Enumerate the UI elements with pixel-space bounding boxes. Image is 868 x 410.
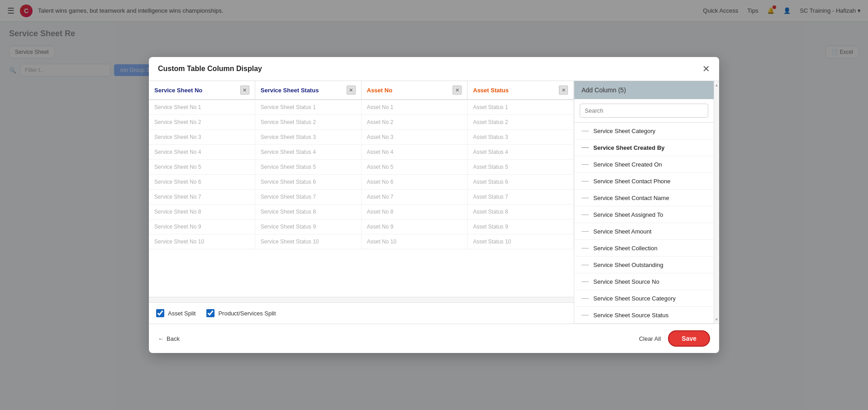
remove-col-service-sheet-status-button[interactable]: ✕ (347, 86, 356, 89)
modal-header: Custom Table Column Display ✕ (149, 57, 719, 81)
modal-table-area: Service Sheet No ✕ Service Sheet Status … (149, 81, 574, 89)
col-header-label-asset-no: Asset No (367, 87, 392, 90)
remove-col-asset-no-button[interactable]: ✕ (453, 86, 462, 89)
remove-col-asset-status-button[interactable]: ✕ (559, 86, 568, 89)
modal-overlay: Custom Table Column Display ✕ Service Sh… (0, 0, 868, 89)
add-column-header: Add Column (5) (574, 81, 714, 89)
remove-col-service-sheet-no-button[interactable]: ✕ (240, 86, 249, 89)
add-column-panel: Add Column (5) —Service Sheet Category—S… (574, 81, 719, 89)
col-header-asset-no: Asset No ✕ (362, 81, 468, 89)
col-header-asset-status: Asset Status ✕ (467, 81, 574, 89)
modal-body: Service Sheet No ✕ Service Sheet Status … (149, 81, 719, 89)
col-header-label-service-sheet-no: Service Sheet No (154, 87, 202, 90)
custom-table-modal: Custom Table Column Display ✕ Service Sh… (149, 57, 719, 89)
col-header-label-asset-status: Asset Status (473, 87, 509, 90)
col-header-service-sheet-status: Service Sheet Status ✕ (255, 81, 362, 89)
col-header-label-service-sheet-status: Service Sheet Status (261, 87, 319, 90)
col-header-service-sheet-no: Service Sheet No ✕ (149, 81, 255, 89)
modal-close-button[interactable]: ✕ (702, 64, 710, 73)
modal-title: Custom Table Column Display (158, 65, 262, 73)
column-headers-row: Service Sheet No ✕ Service Sheet Status … (149, 81, 574, 89)
right-scroll-indicator[interactable]: ▲ ▼ (714, 81, 719, 89)
